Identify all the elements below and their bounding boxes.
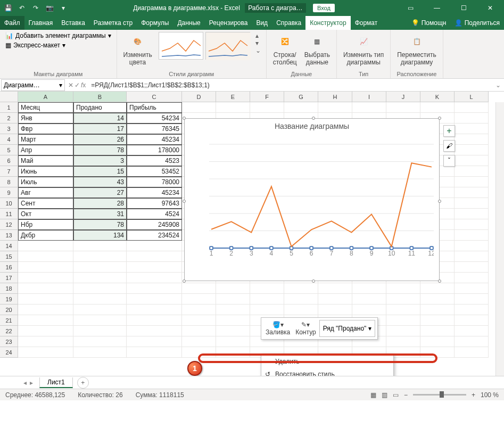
cell[interactable] [455, 187, 489, 198]
cell[interactable] [182, 326, 216, 336]
cell[interactable] [73, 315, 127, 326]
name-box[interactable]: Диаграмм…▾ [1, 79, 65, 91]
cell[interactable] [127, 273, 182, 283]
tab-home[interactable]: Главная [24, 16, 57, 30]
tab-help[interactable]: Справка [272, 16, 305, 30]
cell[interactable] [420, 315, 455, 326]
row-header[interactable]: 23 [0, 336, 18, 347]
column-header[interactable]: B [73, 92, 127, 102]
cell[interactable] [18, 305, 73, 315]
tab-data[interactable]: Данные [173, 16, 204, 30]
column-header[interactable]: J [386, 92, 420, 102]
cell[interactable] [420, 326, 455, 336]
cell[interactable] [352, 102, 386, 113]
sheet-nav-prev-icon[interactable]: ◂ [23, 379, 27, 386]
cm-reset-style[interactable]: ↺Восстановить стиль [261, 368, 393, 376]
cell[interactable]: Март [18, 134, 73, 145]
redo-icon[interactable]: ↷ [31, 3, 40, 13]
column-header[interactable]: G [284, 92, 318, 102]
cell[interactable]: Янв [18, 113, 73, 124]
cell[interactable] [18, 241, 73, 251]
fx-icon[interactable]: fx [81, 81, 86, 89]
cell[interactable] [127, 251, 182, 262]
gallery-down-icon[interactable]: ▾ [255, 39, 261, 47]
cell[interactable] [455, 145, 489, 155]
cell[interactable]: 78 [73, 219, 127, 230]
cell[interactable] [18, 347, 73, 358]
column-header[interactable]: A [18, 92, 73, 102]
cell[interactable] [455, 155, 489, 166]
chart-plot-area[interactable]: 0500001000001500002000002500003000001234… [209, 135, 434, 258]
cell[interactable] [182, 305, 216, 315]
cell[interactable] [216, 347, 250, 358]
cell[interactable]: Апр [18, 145, 73, 155]
tab-view[interactable]: Вид [252, 16, 272, 30]
cell[interactable]: 3 [73, 155, 127, 166]
view-page-layout-icon[interactable]: ▥ [382, 391, 387, 399]
cell[interactable] [182, 347, 216, 358]
series-selector[interactable]: Ряд "Продано"▾ [319, 320, 376, 337]
row-header[interactable]: 21 [0, 315, 18, 326]
cell[interactable] [250, 305, 284, 315]
cell[interactable] [455, 134, 489, 145]
cell[interactable] [127, 347, 182, 358]
cell[interactable]: Нбр [18, 219, 73, 230]
cell[interactable] [318, 283, 352, 294]
gallery-up-icon[interactable]: ▴ [255, 32, 261, 39]
cell[interactable]: Сент [18, 198, 73, 209]
cell[interactable] [284, 294, 318, 305]
row-header[interactable]: 24 [0, 347, 18, 358]
cell[interactable] [73, 273, 127, 283]
cell[interactable] [386, 283, 420, 294]
cell[interactable] [127, 305, 182, 315]
cell[interactable]: 97643 [127, 198, 182, 209]
cell[interactable] [182, 102, 216, 113]
cell[interactable] [455, 294, 489, 305]
cell[interactable]: 178000 [127, 145, 182, 155]
embedded-chart[interactable]: Название диаграммы 050000100000150000200… [184, 118, 440, 281]
cell[interactable] [216, 294, 250, 305]
cell[interactable] [18, 283, 73, 294]
cell[interactable] [352, 294, 386, 305]
cell[interactable] [250, 294, 284, 305]
cell[interactable] [73, 262, 127, 273]
cell[interactable] [284, 102, 318, 113]
cell[interactable]: 4523 [127, 155, 182, 166]
cell[interactable] [127, 283, 182, 294]
cell[interactable] [455, 177, 489, 187]
zoom-slider[interactable] [413, 394, 466, 396]
row-header[interactable]: 20 [0, 305, 18, 315]
cell[interactable] [455, 336, 489, 347]
cell[interactable]: Июль [18, 177, 73, 187]
maximize-button[interactable]: ☐ [453, 0, 474, 16]
vertical-scrollbar[interactable] [495, 102, 504, 376]
cm-delete[interactable]: Удалить [261, 355, 393, 368]
cell[interactable]: Месяц [18, 102, 73, 113]
cell[interactable] [420, 336, 455, 347]
row-header[interactable]: 14 [0, 241, 18, 251]
cell[interactable]: 76345 [127, 124, 182, 134]
cell[interactable] [455, 241, 489, 251]
chart-style-thumb[interactable] [205, 32, 250, 60]
cell[interactable]: Продано [73, 102, 127, 113]
sheet-tab[interactable]: Лист1 [39, 377, 73, 388]
row-header[interactable]: 6 [0, 155, 18, 166]
camera-icon[interactable]: 📷 [45, 3, 54, 13]
cell[interactable] [284, 283, 318, 294]
cell[interactable] [318, 305, 352, 315]
tab-insert[interactable]: Вставка [57, 16, 89, 30]
cell[interactable] [73, 294, 127, 305]
cell[interactable] [18, 315, 73, 326]
chart-title[interactable]: Название диаграммы [185, 119, 439, 131]
cell[interactable]: Авг [18, 187, 73, 198]
column-header[interactable]: D [182, 92, 216, 102]
cell[interactable]: 54234 [127, 113, 182, 124]
cell[interactable] [455, 113, 489, 124]
login-button[interactable]: Вход [313, 4, 335, 12]
tab-review[interactable]: Рецензирова [205, 16, 252, 30]
cell[interactable]: Прибыль [127, 102, 182, 113]
cell[interactable] [455, 326, 489, 336]
cell[interactable] [73, 283, 127, 294]
close-button[interactable]: ✕ [480, 0, 501, 16]
cell[interactable] [284, 305, 318, 315]
